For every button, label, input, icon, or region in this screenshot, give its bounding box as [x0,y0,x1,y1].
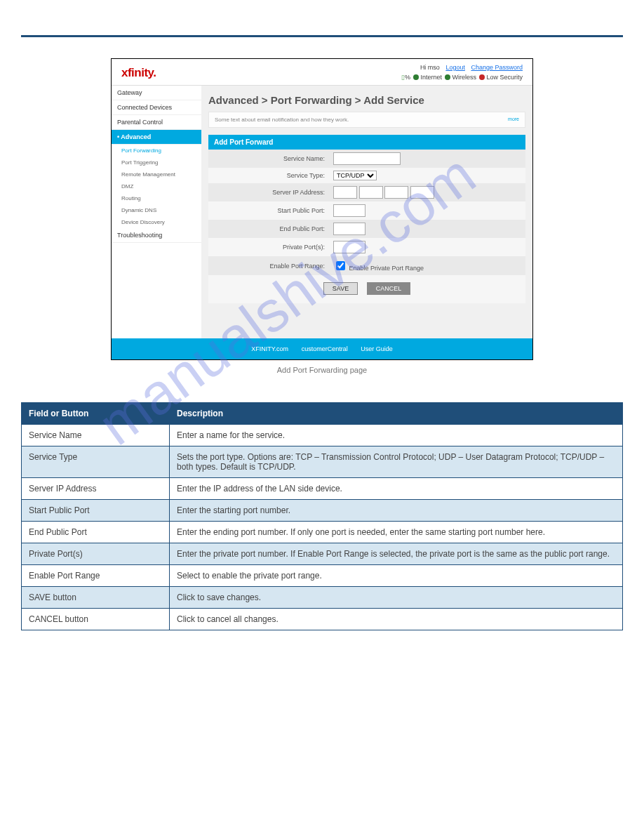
col-header-description: Description [170,403,623,425]
col-header-field: Field or Button [22,403,170,425]
field-cell: End Public Port [22,522,170,543]
description-cell: Sets the port type. Options are: TCP – T… [170,446,623,478]
description-cell: Click to save changes. [170,587,623,609]
field-cell: Enable Port Range [22,565,170,587]
logo: xfinity. [121,66,156,80]
description-cell: Enter the private port number. If Enable… [170,543,623,565]
description-cell: Enter the starting port number. [170,500,623,522]
logout-link[interactable]: Logout [445,64,465,71]
status-dot-icon [445,74,450,80]
description-cell: Enter the IP address of the LAN side dev… [170,478,623,500]
change-password-link[interactable]: Change Password [471,64,523,71]
table-row: End Public PortEnter the ending port num… [22,522,623,543]
top-rule [21,35,623,37]
status-row: ▯% Internet Wireless Low Security [401,73,523,83]
status-dot-icon [479,74,485,80]
status-wireless: Wireless [452,74,476,81]
field-cell: Start Public Port [22,500,170,522]
description-cell: Select to enable the private port range. [170,565,623,587]
sidebar-sub-port-forwarding[interactable]: Port Forwarding [112,145,201,157]
page-title: Advanced > Port Forwarding > Add Service [208,94,525,106]
field-cell: SAVE button [22,587,170,609]
ss-header: xfinity. Hi mso Logout Change Password ▯… [112,59,532,86]
footer-link-customer-central[interactable]: customerCentral [302,345,348,352]
status-security: Low Security [486,74,523,81]
panel-header: Add Port Forward [208,135,525,150]
sidebar-sub-remote-management[interactable]: Remote Management [112,168,201,180]
field-cell: Server IP Address [22,478,170,500]
ip-octet-4-input[interactable] [410,186,434,199]
sidebar-item-connected-devices[interactable]: Connected Devices [112,100,201,115]
label-service-name: Service Name: [208,150,329,168]
label-start-port: Start Public Port: [208,201,329,220]
description-table: Field or Button Description Service Name… [21,402,623,630]
table-row: Service NameEnter a name for the service… [22,425,623,446]
save-button[interactable]: SAVE [323,282,358,295]
ip-octet-1-input[interactable] [333,186,357,199]
sidebar-item-gateway[interactable]: Gateway [112,86,201,100]
start-public-port-input[interactable] [333,204,365,217]
description-cell: Enter the ending port number. If only on… [170,522,623,543]
router-screenshot: xfinity. Hi mso Logout Change Password ▯… [111,58,533,360]
footer-link-xfinity[interactable]: XFINITY.com [251,345,288,352]
more-link[interactable]: more [508,117,519,121]
screenshot-caption: Add Port Forwarding page [21,366,623,374]
greeting: Hi mso [420,64,440,71]
service-type-select[interactable]: TCP/UDP [333,171,377,180]
enable-range-text: Enable Private Port Range [349,265,424,272]
sidebar-sub-port-triggering[interactable]: Port Triggering [112,157,201,168]
table-row: Service TypeSets the port type. Options … [22,446,623,478]
sidebar-sub-dynamic-dns[interactable]: Dynamic DNS [112,204,201,216]
info-text: Some text about email notification and h… [215,117,349,123]
ip-octet-3-input[interactable] [384,186,408,199]
ss-main: Advanced > Port Forwarding > Add Service… [201,86,532,338]
enable-port-range-checkbox[interactable] [336,261,345,270]
sidebar-item-parental-control[interactable]: Parental Control [112,115,201,130]
table-row: SAVE buttonClick to save changes. [22,587,623,609]
field-cell: Private Port(s) [22,543,170,565]
field-cell: Service Type [22,446,170,478]
status-internet: Internet [420,74,442,81]
form-table: Service Name: Service Type: TCP/UDP Serv… [208,150,525,275]
private-port-input[interactable] [333,241,365,253]
table-row: Enable Port RangeSelect to enable the pr… [22,565,623,587]
sidebar-sub-device-discovery[interactable]: Device Discovery [112,216,201,228]
end-public-port-input[interactable] [333,223,365,235]
table-row: CANCEL buttonClick to cancel all changes… [22,609,623,630]
status-dot-icon [413,74,419,80]
field-cell: CANCEL button [22,609,170,630]
cancel-button[interactable]: CANCEL [367,282,411,295]
label-private-port: Private Port(s): [208,238,329,256]
label-service-type: Service Type: [208,168,329,183]
service-name-input[interactable] [333,152,401,165]
info-banner: Some text about email notification and h… [208,112,525,128]
description-cell: Enter a name for the service. [170,425,623,446]
ss-footer: XFINITY.com customerCentral User Guide [112,338,532,359]
label-server-ip: Server IP Address: [208,183,329,201]
table-row: Server IP AddressEnter the IP address of… [22,478,623,500]
description-cell: Click to cancel all changes. [170,609,623,630]
sidebar-sub-routing[interactable]: Routing [112,192,201,204]
field-cell: Service Name [22,425,170,446]
ip-octet-2-input[interactable] [359,186,383,199]
table-row: Start Public PortEnter the starting port… [22,500,623,522]
label-enable-range: Enable Port Range: [208,256,329,275]
footer-link-user-guide[interactable]: User Guide [361,345,393,352]
label-end-port: End Public Port: [208,220,329,238]
sidebar: Gateway Connected Devices Parental Contr… [112,86,201,338]
sidebar-item-troubleshooting[interactable]: Troubleshooting [112,228,201,243]
sidebar-item-advanced[interactable]: • Advanced [112,130,201,145]
table-row: Private Port(s)Enter the private port nu… [22,543,623,565]
sidebar-sub-dmz[interactable]: DMZ [112,180,201,192]
